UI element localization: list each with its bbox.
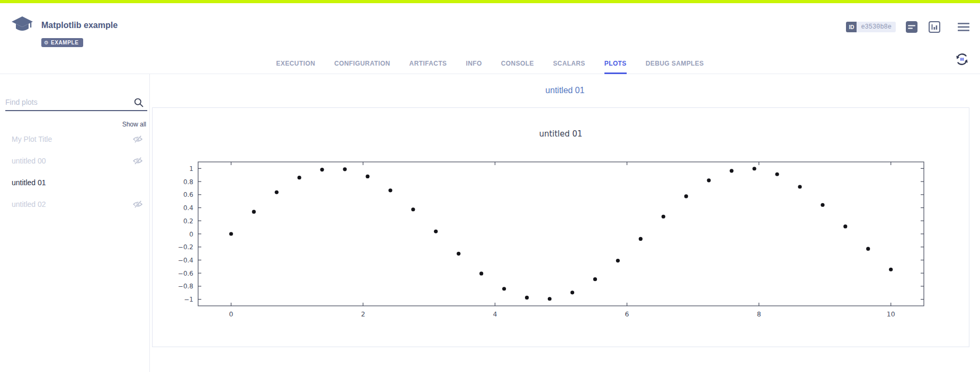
search-input[interactable] [5, 95, 130, 109]
plot-list-item[interactable]: My Plot Title [0, 128, 149, 150]
id-label: ID [846, 22, 857, 32]
example-badge-icon: ⚙ [44, 40, 49, 46]
tab-plots[interactable]: PLOTS [604, 60, 627, 74]
svg-text:0.8: 0.8 [183, 178, 193, 186]
eye-off-icon[interactable] [132, 135, 143, 146]
header: Matplotlib example ⚙ EXAMPLE ID e3530b8e [0, 3, 980, 74]
app-window: PUBLISHED Matplotlib example ⚙ EXAMPLE I… [0, 0, 980, 372]
svg-text:−0.8: −0.8 [178, 283, 193, 290]
tab-execution[interactable]: EXECUTION [276, 60, 315, 74]
tab-bar: EXECUTION CONFIGURATION ARTIFACTS INFO C… [0, 60, 980, 74]
experiment-title: Matplotlib example [41, 21, 118, 30]
example-badge: ⚙ EXAMPLE [41, 38, 83, 47]
plot-list: My Plot Title untitled 00 [0, 128, 149, 215]
svg-text:0.4: 0.4 [183, 204, 193, 212]
svg-text:−1: −1 [184, 296, 193, 303]
svg-text:−0.4: −0.4 [178, 257, 193, 264]
plot-list-item[interactable]: untitled 00 [0, 150, 149, 171]
plot-title: untitled 01 [153, 129, 969, 139]
plots-sidebar: Show all My Plot Title untitled 00 [0, 74, 150, 372]
metrics-panel-icon[interactable] [928, 21, 941, 33]
tab-debug-samples[interactable]: DEBUG SAMPLES [646, 60, 704, 74]
svg-text:2: 2 [361, 310, 365, 318]
tab-scalars[interactable]: SCALARS [553, 60, 585, 74]
plot-group-title: untitled 01 [150, 86, 980, 95]
tab-console[interactable]: CONSOLE [501, 60, 534, 74]
tab-artifacts[interactable]: ARTIFACTS [409, 60, 447, 74]
show-all-link[interactable]: Show all [122, 121, 146, 128]
menu-icon[interactable] [958, 22, 969, 32]
svg-text:0: 0 [189, 231, 193, 238]
search-icon [133, 97, 144, 110]
svg-text:0.2: 0.2 [183, 217, 193, 225]
experiment-id-chip[interactable]: ID e3530b8e [846, 22, 896, 32]
svg-text:8: 8 [757, 310, 761, 318]
plot-list-item[interactable]: untitled 02 [0, 193, 149, 215]
plot-list-item-selected[interactable]: untitled 01 [0, 171, 149, 193]
tab-info[interactable]: INFO [466, 60, 482, 74]
tab-configuration[interactable]: CONFIGURATION [334, 60, 390, 74]
eye-off-icon[interactable] [132, 200, 143, 211]
svg-text:6: 6 [625, 310, 629, 318]
auto-refresh-icon[interactable] [955, 52, 969, 67]
svg-text:0: 0 [229, 310, 233, 318]
details-panel-icon[interactable] [905, 21, 918, 33]
app-logo-icon [11, 16, 34, 35]
svg-text:4: 4 [493, 310, 497, 318]
svg-text:−0.2: −0.2 [178, 243, 193, 251]
eye-off-icon[interactable] [132, 157, 143, 167]
svg-text:0.6: 0.6 [183, 191, 193, 198]
plot-card: untitled 01 0246810−1−0.8−0.6−0.4−0.200.… [152, 107, 969, 347]
svg-text:10: 10 [887, 310, 895, 318]
scatter-plot[interactable]: 0246810−1−0.8−0.6−0.4−0.200.20.40.60.81 [175, 149, 970, 334]
header-actions: ID e3530b8e [846, 21, 970, 33]
svg-text:1: 1 [189, 165, 193, 173]
plot-search-box [5, 95, 147, 111]
id-value: e3530b8e [857, 22, 896, 32]
svg-text:−0.6: −0.6 [178, 270, 193, 277]
